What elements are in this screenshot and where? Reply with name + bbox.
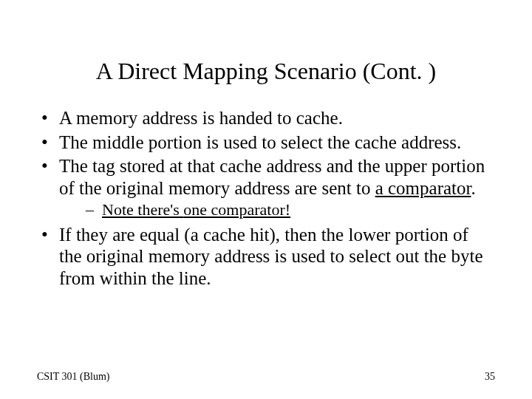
slide-title: A Direct Mapping Scenario (Cont. ) <box>37 58 495 85</box>
bullet-text: The middle portion is used to select the… <box>59 132 461 152</box>
underlined-text: one comparator! <box>183 200 290 219</box>
sub-bullet-item: Note there's one comparator! <box>59 200 495 219</box>
slide-body: A memory address is handed to cache. The… <box>37 107 495 289</box>
bullet-list: A memory address is handed to cache. The… <box>37 107 495 289</box>
slide-number: 35 <box>485 371 495 383</box>
slide: A Direct Mapping Scenario (Cont. ) A mem… <box>0 0 532 399</box>
footer-left: CSIT 301 (Blum) <box>37 371 110 383</box>
bullet-item: If they are equal (a cache hit), then th… <box>37 224 495 290</box>
footer: CSIT 301 (Blum) 35 <box>37 371 495 383</box>
bullet-item: A memory address is handed to cache. <box>37 107 495 129</box>
underlined-text: a comparator <box>375 178 471 198</box>
bullet-text: . <box>471 178 475 198</box>
underlined-text: Note there's <box>102 200 183 219</box>
bullet-item: The tag stored at that cache address and… <box>37 155 495 219</box>
bullet-text: A memory address is handed to cache. <box>59 108 343 128</box>
bullet-text: If they are equal (a cache hit), then th… <box>59 225 482 288</box>
sub-bullet-list: Note there's one comparator! <box>59 200 495 219</box>
bullet-item: The middle portion is used to select the… <box>37 132 495 154</box>
